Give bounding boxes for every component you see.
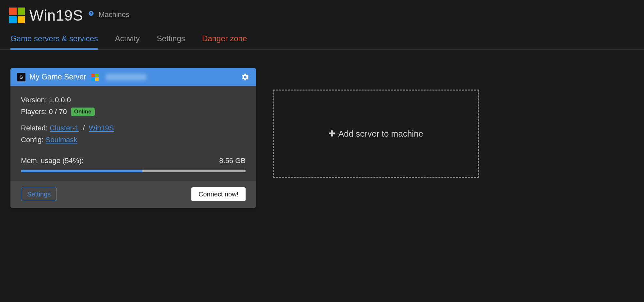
memory-progress xyxy=(21,170,246,172)
gear-icon[interactable] xyxy=(241,73,250,81)
related-machine-link[interactable]: Win19S xyxy=(89,124,114,132)
server-card: G My Game Server Version: 1.0.0.0 Player… xyxy=(10,68,256,208)
windows-icon xyxy=(91,74,99,81)
memory-label: Mem. usage (54%): xyxy=(21,157,84,165)
add-server-button[interactable]: ✚ Add server to machine xyxy=(273,90,479,178)
related-label: Related: xyxy=(21,124,48,132)
version-value: 1.0.0.0 xyxy=(49,96,71,104)
related-separator: / xyxy=(83,124,85,132)
server-card-header: G My Game Server xyxy=(10,68,256,86)
players-label: Players: xyxy=(21,108,47,116)
windows-icon xyxy=(9,8,25,23)
memory-row: Mem. usage (54%): 8.56 GB xyxy=(21,157,246,165)
server-card-body: Version: 1.0.0.0 Players: 0 / 70 Online … xyxy=(10,86,256,181)
settings-button[interactable]: Settings xyxy=(21,188,57,201)
tab-settings[interactable]: Settings xyxy=(157,34,185,49)
connect-button[interactable]: Connect now! xyxy=(191,187,246,201)
tab-game-servers[interactable]: Game servers & services xyxy=(10,34,98,50)
add-server-label: Add server to machine xyxy=(338,129,423,139)
server-card-footer: Settings Connect now! xyxy=(10,181,256,208)
svg-text:?: ? xyxy=(90,11,92,15)
memory-progress-fill xyxy=(21,170,142,172)
related-row: Related: Cluster-1 / Win19S xyxy=(21,124,246,132)
status-badge: Online xyxy=(71,108,95,116)
redacted-ip xyxy=(106,74,146,80)
players-value: 0 / 70 xyxy=(49,108,67,116)
config-link[interactable]: Soulmask xyxy=(46,136,77,144)
related-cluster-link[interactable]: Cluster-1 xyxy=(50,124,79,132)
config-row: Config: Soulmask xyxy=(21,136,246,144)
content-area: G My Game Server Version: 1.0.0.0 Player… xyxy=(0,50,644,226)
plus-icon: ✚ xyxy=(329,129,335,138)
game-icon: G xyxy=(17,73,25,81)
version-label: Version: xyxy=(21,96,47,104)
tab-danger-zone[interactable]: Danger zone xyxy=(202,34,247,49)
config-label: Config: xyxy=(21,136,44,144)
memory-value: 8.56 GB xyxy=(219,157,246,165)
tab-bar: Game servers & services Activity Setting… xyxy=(0,28,644,50)
players-row: Players: 0 / 70 Online xyxy=(21,108,246,116)
page-header: Win19S ? Machines xyxy=(0,0,644,28)
page-title: Win19S xyxy=(29,7,83,24)
server-name: My Game Server xyxy=(29,73,86,81)
help-icon[interactable]: ? xyxy=(88,10,94,18)
breadcrumb-machines[interactable]: Machines xyxy=(99,10,129,19)
version-row: Version: 1.0.0.0 xyxy=(21,96,246,104)
tab-activity[interactable]: Activity xyxy=(115,34,140,49)
